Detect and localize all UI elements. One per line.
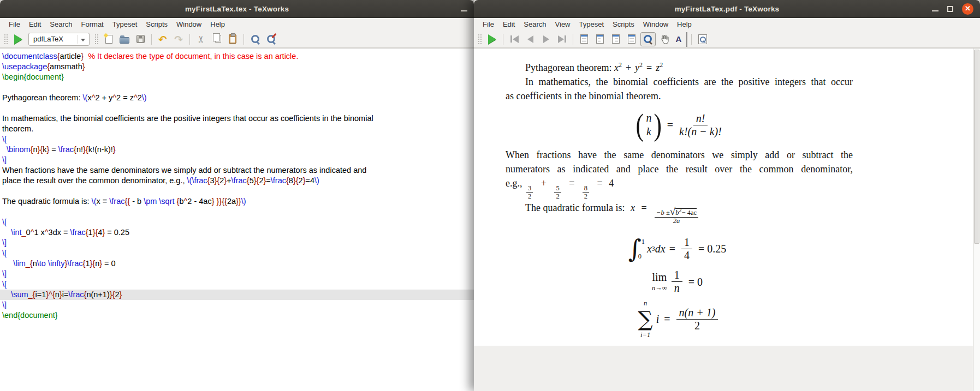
menu-item-window[interactable]: Window [172, 19, 206, 30]
editor-line: The quadratic formula is: \(x = \frac{{ … [0, 196, 474, 207]
continuous-page-icon [596, 34, 604, 44]
typeset-button[interactable] [485, 32, 499, 46]
editor-line: \binom{n}{k} = \frac{n!}{k!(n-k)!} [0, 145, 474, 155]
menu-item-edit[interactable]: Edit [25, 19, 45, 30]
menu-item-typeset[interactable]: Typeset [575, 19, 609, 30]
continuous-mode-button[interactable] [593, 32, 607, 46]
previous-page-button[interactable] [523, 32, 537, 46]
editor-line: \lim_{n\to \infty}\frac{1}{n} = 0 [0, 258, 474, 269]
source-menu-bar: FileEditSearchFormatTypesetScriptsWindow… [0, 18, 474, 31]
magnifier-icon [643, 34, 653, 44]
pdf-vertical-scrollbar[interactable] [973, 49, 980, 391]
find-replace-button[interactable] [264, 32, 278, 46]
paste-button[interactable] [225, 32, 240, 46]
menu-item-scripts[interactable]: Scripts [141, 19, 172, 30]
source-titlebar[interactable]: myFirstLaTex.tex - TeXworks [0, 0, 474, 18]
menu-item-window[interactable]: Window [639, 19, 673, 30]
pdf-paragraph-fractions-line2: numerators as indicated and place the re… [506, 162, 853, 176]
typeset-button[interactable] [11, 32, 25, 46]
pdf-equation-binomial: (nk) = n!k!(n − k)! [506, 110, 853, 140]
copy-button[interactable] [210, 32, 224, 46]
editor-line: \end{document} [0, 310, 474, 321]
close-button[interactable]: ✕ [962, 3, 973, 15]
editor-line: When fractions have the same denominator… [0, 165, 474, 176]
editor-line: \[ [0, 248, 474, 258]
save-icon [136, 35, 145, 43]
next-page-button[interactable] [539, 32, 553, 46]
fit-page-button[interactable] [609, 32, 623, 46]
editor-line: \[ [0, 134, 474, 145]
editor-line: \int_0^1 x^3dx = \frac{1}{4} = 0.25 [0, 227, 474, 238]
pdf-titlebar[interactable]: myFirstLaTex.pdf - TeXworks ✕ [474, 0, 980, 18]
pdf-line-quadratic: The quadratic formula is: x = −b ±√b2− 4… [506, 201, 853, 226]
first-page-icon [513, 35, 519, 43]
editor-line [0, 82, 474, 93]
pdf-paragraph-binomial-line2: as coefficients in the binomial theorem. [506, 89, 853, 103]
open-folder-icon [120, 37, 129, 44]
toolbar-separator [691, 34, 692, 45]
scrollbar-thumb[interactable] [974, 50, 979, 244]
play-icon [488, 34, 496, 44]
magnify-tool-button[interactable] [640, 32, 656, 46]
pdf-page: Pythagorean theorem: x2+y2=z2 In mathema… [474, 49, 973, 346]
last-page-button[interactable] [555, 32, 569, 46]
editor-line: \] [0, 300, 474, 310]
editor-line: In mathematics, the binomial coefficient… [0, 113, 474, 124]
cut-button[interactable] [194, 32, 208, 46]
first-page-button[interactable] [507, 32, 521, 46]
save-button[interactable] [133, 32, 147, 46]
pdf-toolbar: A [474, 31, 980, 48]
toolbar-separator [573, 34, 573, 45]
play-icon [14, 34, 22, 44]
pdf-line-pythagorean: Pythagorean theorem: x2+y2=z2 [506, 58, 853, 75]
redo-button[interactable] [171, 32, 186, 46]
menu-item-format[interactable]: Format [77, 19, 108, 30]
select-text-tool-button[interactable]: A [673, 32, 687, 46]
menu-item-file[interactable]: File [4, 19, 25, 30]
find-button[interactable] [248, 32, 262, 46]
minimize-button[interactable] [461, 10, 467, 11]
menu-item-scripts[interactable]: Scripts [608, 19, 639, 30]
previous-page-icon [527, 35, 533, 43]
menu-item-help[interactable]: Help [206, 19, 229, 30]
toolbar-grip[interactable] [94, 34, 98, 45]
menu-item-file[interactable]: File [478, 19, 498, 30]
last-page-icon [558, 35, 564, 43]
scroll-hand-tool-button[interactable] [657, 32, 672, 46]
toolbar-grip[interactable] [4, 34, 8, 45]
pdf-equation-integral: ∫10 x3dx = 14 = 0.25 [506, 234, 853, 263]
menu-item-typeset[interactable]: Typeset [108, 19, 142, 30]
menu-item-view[interactable]: View [551, 19, 575, 30]
engine-select[interactable]: pdfLaTeX [28, 33, 90, 46]
latex-source-editor[interactable]: \documentclass{article} % It declares th… [0, 49, 474, 391]
editor-line: \begin{document} [0, 72, 474, 82]
editor-line: theorem. [0, 124, 474, 134]
menu-item-edit[interactable]: Edit [498, 19, 519, 30]
new-document-icon [105, 35, 112, 44]
single-page-mode-button[interactable] [577, 32, 591, 46]
open-button[interactable] [117, 32, 132, 46]
new-document-button[interactable] [102, 32, 116, 46]
fit-width-icon [628, 34, 635, 44]
editor-line: \usepackage{amsmath} [0, 62, 474, 72]
source-window-title: myFirstLaTex.tex - TeXworks [185, 5, 289, 13]
texworks-pdf-window: myFirstLaTex.pdf - TeXworks ✕ FileEditSe… [474, 0, 980, 391]
engine-value: pdfLaTeX [33, 35, 63, 43]
editor-line: \documentclass{article} % It declares th… [0, 51, 474, 62]
editor-current-line: \sum_{i=1}^{n}i=\frac{n(n+1)}{2} [0, 290, 474, 300]
toolbar-separator [243, 34, 244, 45]
menu-item-search[interactable]: Search [519, 19, 550, 30]
minimize-button[interactable] [932, 10, 939, 11]
fit-width-button[interactable] [625, 32, 639, 46]
editor-line: \[ [0, 279, 474, 290]
menu-item-help[interactable]: Help [673, 19, 696, 30]
maximize-button[interactable] [947, 6, 953, 12]
pdf-menu-bar: FileEditSearchViewTypesetScriptsWindowHe… [474, 18, 980, 31]
toolbar-grip[interactable] [478, 34, 482, 45]
menu-item-search[interactable]: Search [45, 19, 76, 30]
editor-line: \] [0, 269, 474, 279]
paste-icon [229, 34, 236, 44]
find-in-pdf-button[interactable] [696, 32, 710, 46]
undo-button[interactable] [156, 32, 170, 46]
pdf-viewport[interactable]: Pythagorean theorem: x2+y2=z2 In mathema… [474, 49, 980, 391]
